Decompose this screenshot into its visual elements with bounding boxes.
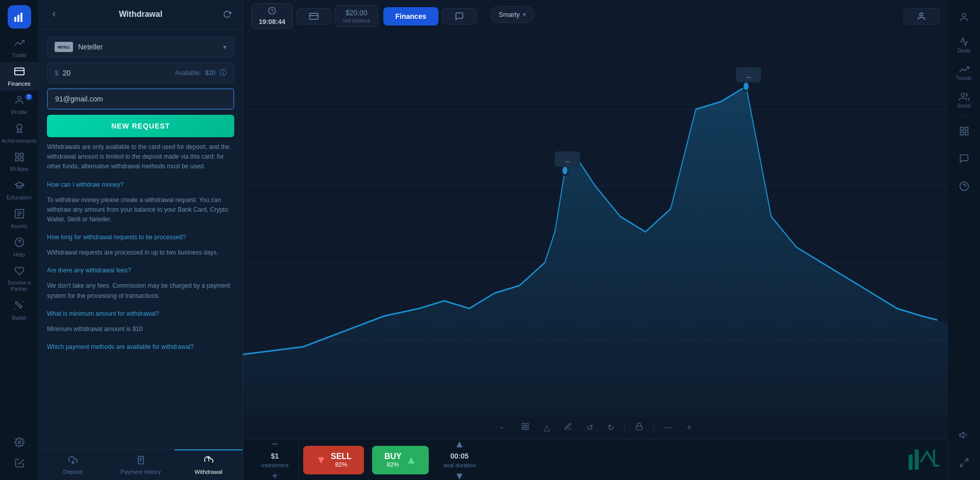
rs-trends-button[interactable]: Trends — [952, 60, 976, 85]
toolbar-minus-btn[interactable]: — — [660, 421, 676, 434]
rs-help-button[interactable] — [952, 174, 976, 198]
balance-button[interactable]: $20.00 real balance — [335, 5, 378, 27]
profile-badge: 7 — [26, 94, 32, 100]
faq-question-3[interactable]: Are there any withdrawal fees? — [47, 267, 234, 274]
rs-deals-button[interactable]: Deals — [952, 33, 976, 57]
dollar-sign: $ — [55, 69, 59, 77]
rs-fullscreen-button[interactable] — [952, 450, 976, 475]
toolbar-pen-btn[interactable] — [560, 420, 576, 435]
svg-point-17 — [18, 441, 20, 444]
main-area: 19:08:44 $20.00 real balance Finances Sm… — [243, 0, 947, 480]
tab-withdrawal[interactable]: Withdrawal — [175, 449, 242, 480]
buy-button[interactable]: BUY 82% ▲ — [372, 446, 429, 474]
toolbar-redo-btn[interactable]: ↻ — [603, 421, 618, 435]
info-circle-icon[interactable]: ⓘ — [219, 68, 227, 78]
rs-user-button[interactable] — [952, 5, 976, 30]
rs-grid-button[interactable] — [952, 119, 976, 143]
finances-button[interactable]: Finances — [383, 7, 439, 26]
back-button[interactable] — [47, 7, 61, 21]
sidebar-item-apps[interactable]: 89 Apps — [0, 148, 38, 176]
svg-rect-10 — [20, 158, 23, 161]
provider-dropdown[interactable]: NETELL Neteller ▾ — [47, 36, 234, 58]
battle-icon — [14, 300, 24, 313]
tab-deposit[interactable]: Deposit — [39, 449, 107, 480]
refresh-button[interactable] — [220, 7, 234, 21]
chart-svg: ... ... — [243, 33, 947, 416]
balance-label: real balance — [342, 18, 370, 23]
svg-rect-8 — [20, 154, 23, 157]
svg-point-35 — [743, 82, 749, 91]
chart-toolbar: ← △ ↺ ↻ — + — [243, 416, 947, 439]
chat-button[interactable] — [442, 8, 477, 24]
panel-footer: Deposit Payment history Withdrawal — [39, 449, 242, 480]
faq-question-5[interactable]: Which payment methods are available for … — [47, 343, 234, 350]
sidebar-item-help[interactable]: Help — [0, 233, 38, 262]
sell-button[interactable]: ▼ SELL 82% — [303, 446, 364, 474]
panel-content: NETELL Neteller ▾ $ Available: $20 ⓘ NEW… — [39, 29, 242, 449]
rs-divider — [955, 115, 973, 116]
toolbar-triangle-btn[interactable]: △ — [540, 421, 554, 435]
new-request-button[interactable]: NEW REQUEST — [47, 115, 234, 137]
amount-input[interactable] — [63, 69, 170, 77]
provider-name: Neteller — [78, 43, 218, 51]
toolbar-lock-btn[interactable] — [631, 420, 647, 435]
time-display: 19:08:44 — [259, 18, 285, 26]
app-logo[interactable] — [8, 5, 31, 29]
svg-text:...: ... — [746, 70, 751, 80]
balance-amount: $20.00 — [346, 9, 368, 17]
toolbar-grid-btn[interactable] — [517, 420, 533, 435]
smarty-dropdown[interactable]: Smarty ▾ — [490, 6, 535, 23]
svg-point-6 — [17, 124, 22, 130]
time-button[interactable]: 19:08:44 — [251, 3, 293, 29]
right-sidebar: Deals Trends Social — [947, 0, 980, 480]
smarty-label: Smarty — [499, 11, 520, 18]
buy-pct: 82% — [387, 461, 399, 468]
faq-answer-3: We don't take any fees. Commission may b… — [47, 281, 234, 300]
sidebar-item-education[interactable]: Education — [0, 176, 38, 205]
apps-label: 89 Apps — [10, 166, 28, 172]
left-sidebar: Trade Finances Profile 7 Achievements 89… — [0, 0, 39, 480]
toolbar-separator-2 — [653, 422, 654, 433]
svg-point-45 — [961, 93, 965, 96]
sidebar-item-achievements[interactable]: Achievements — [0, 119, 38, 148]
faq-question-2[interactable]: How long for withdrawal requests to be p… — [47, 234, 234, 241]
rs-chat-button[interactable] — [952, 146, 976, 171]
minus-icon[interactable]: − — [272, 438, 278, 450]
apps-icon — [14, 152, 24, 165]
partner-icon — [14, 266, 24, 279]
panel-header: Withdrawal — [39, 0, 242, 29]
user-button[interactable] — [903, 8, 939, 24]
sidebar-item-finances[interactable]: Finances — [0, 62, 38, 91]
sidebar-item-partner[interactable]: Become a Partner — [0, 262, 38, 296]
chart-area[interactable]: ... ... — [243, 33, 947, 416]
available-amount: $20 — [205, 69, 215, 77]
logout-icon — [14, 458, 24, 471]
tab-payment-history[interactable]: Payment history — [107, 449, 175, 480]
plus-icon[interactable]: + — [272, 470, 278, 481]
toolbar-plus-btn[interactable]: + — [682, 421, 695, 434]
education-icon — [14, 180, 24, 193]
withdrawal-icon — [204, 456, 213, 467]
faq-question-1[interactable]: How can I withdraw money? — [47, 181, 234, 188]
sidebar-item-assets[interactable]: Assets — [0, 205, 38, 233]
duration-up-icon[interactable]: ▲ — [454, 438, 464, 450]
sidebar-item-trade[interactable]: Trade — [0, 34, 38, 62]
svg-rect-48 — [960, 132, 963, 135]
toolbar-back-btn[interactable]: ← — [495, 421, 511, 434]
svg-rect-47 — [965, 128, 968, 131]
duration-down-icon[interactable]: ▼ — [454, 470, 464, 481]
card-button[interactable] — [296, 8, 332, 24]
email-input-wrap — [47, 88, 234, 110]
sidebar-item-settings[interactable] — [0, 433, 38, 454]
rs-volume-button[interactable] — [952, 423, 976, 447]
email-input[interactable] — [55, 95, 226, 103]
svg-rect-7 — [15, 154, 18, 157]
toolbar-undo-btn[interactable]: ↺ — [582, 421, 597, 435]
trade-bar: − $1 investment + ▼ SELL 82% BUY 82% ▲ — [243, 439, 947, 480]
rs-social-button[interactable]: Social — [952, 88, 976, 112]
sidebar-item-battle[interactable]: Battle — [0, 296, 38, 325]
sell-pct: 82% — [335, 461, 347, 468]
faq-question-4[interactable]: What is minimum amount for withdrawal? — [47, 310, 234, 317]
sidebar-item-profile[interactable]: Profile 7 — [0, 91, 38, 119]
sidebar-item-logout[interactable] — [0, 454, 38, 475]
